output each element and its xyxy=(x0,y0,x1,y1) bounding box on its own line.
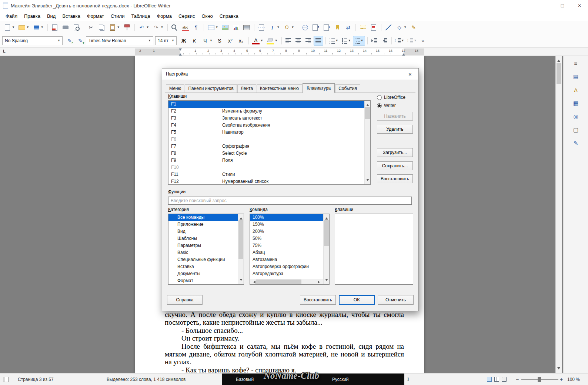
category-row[interactable]: Приложение xyxy=(168,221,238,228)
align-left-button[interactable] xyxy=(284,36,293,46)
dropdown-arrow-icon[interactable]: ▼ xyxy=(361,39,364,42)
draw-functions-button[interactable]: ✎ xyxy=(408,23,419,32)
toolbar-overflow-icon[interactable]: » xyxy=(421,38,424,44)
command-row[interactable]: Автозамена xyxy=(250,256,323,263)
vertical-scrollbar[interactable] xyxy=(555,56,562,373)
italic-button[interactable]: К xyxy=(189,36,200,46)
menu-item-5[interactable]: Стили xyxy=(107,12,128,20)
dropdown-arrow-icon[interactable]: ▼ xyxy=(41,26,44,29)
sidebar-toggle-icon[interactable] xyxy=(3,374,9,385)
category-row[interactable]: Документы xyxy=(168,270,238,277)
comment-button[interactable] xyxy=(358,23,368,32)
book-view-icon[interactable] xyxy=(502,377,507,382)
cut-button[interactable]: ✂ xyxy=(86,23,96,32)
dropdown-arrow-icon[interactable]: ▼ xyxy=(161,26,164,29)
cancel-button[interactable]: Отменить xyxy=(378,295,414,305)
track-changes-button[interactable] xyxy=(368,23,379,32)
command-row[interactable]: Автопроверка орфографии xyxy=(250,263,323,270)
tab-1[interactable]: Панели инструментов xyxy=(185,84,237,93)
unordered-list-button[interactable]: ▼ xyxy=(328,36,340,46)
scrollbar[interactable] xyxy=(323,214,329,284)
new-style-button[interactable]: ✎ xyxy=(75,36,86,46)
properties-icon[interactable]: ▤ xyxy=(571,72,580,81)
category-row[interactable]: Специальные функции xyxy=(168,256,238,263)
dropdown-arrow-icon[interactable]: ▼ xyxy=(210,39,213,42)
word-count[interactable]: Выделено: 253 слова, 1 418 символов xyxy=(107,374,186,385)
dropdown-arrow-icon[interactable]: ▼ xyxy=(414,39,417,42)
scrollbar-thumb[interactable] xyxy=(557,63,561,84)
maximize-button[interactable]: □ xyxy=(554,0,571,11)
command-list[interactable]: 100%150%200%50%75%АбзацАвтозаменаАвтопро… xyxy=(250,214,330,285)
outline-list-button[interactable]: ▼ xyxy=(353,36,365,46)
shortcut-row[interactable]: F8Select Cycle xyxy=(168,150,364,157)
search-input[interactable] xyxy=(168,197,412,205)
shortcut-row[interactable]: F3Записать автотекст xyxy=(168,115,364,122)
paste-button[interactable]: ▼ xyxy=(107,23,121,32)
line-spacing-button[interactable]: ▼ xyxy=(394,36,406,46)
command-row[interactable]: Авторедактура xyxy=(250,270,323,277)
dropdown-arrow-icon[interactable]: ▼ xyxy=(117,26,120,29)
zoom-out-button[interactable]: − xyxy=(516,374,519,385)
reset-button[interactable]: Восстановить xyxy=(377,174,413,183)
dropdown-arrow-icon[interactable]: ▼ xyxy=(277,26,280,29)
dropdown-arrow-icon[interactable]: ▼ xyxy=(12,26,15,29)
single-page-view-icon[interactable] xyxy=(487,377,492,382)
save-button[interactable]: ▼ xyxy=(31,23,45,32)
update-style-button[interactable]: ✎ xyxy=(64,36,75,46)
horizontal-scrollbar[interactable] xyxy=(250,279,323,284)
style-inspector-icon[interactable]: ✎ xyxy=(571,139,580,148)
increase-indent-button[interactable] xyxy=(370,36,379,46)
menu-item-9[interactable]: Окно xyxy=(198,12,216,20)
dropdown-arrow-icon[interactable]: ▼ xyxy=(260,39,263,42)
radio-icon[interactable] xyxy=(377,95,382,100)
zoom-level[interactable]: 100 % xyxy=(567,374,580,385)
zoom-in-button[interactable]: + xyxy=(560,374,563,385)
tab-5[interactable]: События xyxy=(335,84,360,93)
print-button[interactable] xyxy=(60,23,71,32)
endnote-button[interactable]: i xyxy=(321,23,332,32)
underline-button[interactable]: Ч▼ xyxy=(200,36,214,46)
shortcut-row[interactable]: F9Поля xyxy=(168,157,364,164)
font-size-combo[interactable]: 14 пт ▼ xyxy=(155,36,177,45)
shortcut-row[interactable]: F1 xyxy=(168,101,364,108)
new-document-button[interactable]: ▼ xyxy=(2,23,16,32)
text-language[interactable]: Русский xyxy=(332,377,349,382)
shortcut-row[interactable]: F7Орфография xyxy=(168,143,364,150)
special-character-button[interactable]: Ω▼ xyxy=(281,23,295,32)
command-row[interactable]: 50% xyxy=(250,235,323,242)
basic-shapes-button[interactable]: ◇▼ xyxy=(394,23,408,32)
decrease-indent-button[interactable] xyxy=(380,36,389,46)
dropdown-arrow-icon[interactable]: ▼ xyxy=(335,39,338,42)
command-row[interactable]: Абзац xyxy=(250,249,323,256)
zoom-slider-thumb[interactable] xyxy=(538,377,541,382)
category-row[interactable]: Все команды xyxy=(168,214,238,221)
shortcut-row[interactable]: F5Навигатор xyxy=(168,129,364,136)
ok-button[interactable]: OK xyxy=(339,295,375,305)
shortcut-row[interactable]: F2Изменить формулу xyxy=(168,108,364,115)
shortcut-list[interactable]: F1F2Изменить формулуF3Записать автотекст… xyxy=(168,100,371,185)
command-row[interactable]: 75% xyxy=(250,242,323,249)
undo-button[interactable]: ↶▼ xyxy=(137,23,151,32)
menu-item-4[interactable]: Формат xyxy=(84,12,107,20)
menu-item-8[interactable]: Сервис xyxy=(175,12,198,20)
scope-writer-radio[interactable]: Writer xyxy=(377,103,396,108)
dropdown-arrow-icon[interactable]: ▼ xyxy=(404,26,407,29)
insert-image-button[interactable] xyxy=(220,23,230,32)
scroll-down-icon[interactable] xyxy=(557,367,560,371)
footnote-button[interactable]: 1 xyxy=(311,23,321,32)
insert-field-button[interactable]: ƒ▼ xyxy=(267,23,281,32)
chevron-down-icon[interactable]: ▼ xyxy=(146,39,153,42)
shortcut-row[interactable]: F12Нумерованный список xyxy=(168,178,364,185)
tab-0[interactable]: Меню xyxy=(166,84,184,93)
sidebar-settings-icon[interactable]: ≡ xyxy=(571,59,580,68)
dropdown-arrow-icon[interactable]: ▼ xyxy=(348,39,351,42)
command-row[interactable]: 150% xyxy=(250,221,323,228)
tabstop-selector[interactable]: L xyxy=(3,49,6,53)
menu-item-3[interactable]: Вставка xyxy=(59,12,83,20)
menu-item-1[interactable]: Правка xyxy=(21,12,44,20)
hyperlink-button[interactable] xyxy=(300,23,310,32)
strikethrough-button[interactable]: S xyxy=(214,36,225,46)
menu-item-7[interactable]: Форма xyxy=(153,12,175,20)
dropdown-arrow-icon[interactable]: ▼ xyxy=(26,26,29,29)
category-row[interactable]: Basic xyxy=(168,249,238,256)
